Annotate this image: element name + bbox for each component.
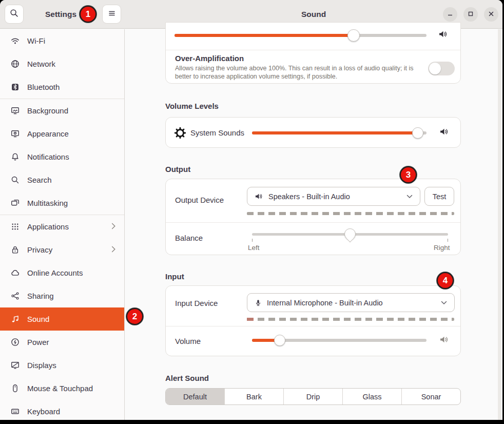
share-nodes-icon bbox=[11, 292, 20, 300]
network-globe-icon bbox=[11, 60, 20, 68]
sidebar-item-notifications[interactable]: Notifications bbox=[0, 145, 124, 168]
alert-option-bark[interactable]: Bark bbox=[225, 389, 284, 404]
sidebar-item-label: Privacy bbox=[27, 245, 52, 254]
sidebar-item-label: Wi-Fi bbox=[27, 36, 45, 45]
sidebar-item-power[interactable]: Power bbox=[0, 331, 124, 354]
system-sounds-knob[interactable] bbox=[412, 127, 423, 139]
close-button[interactable] bbox=[484, 7, 498, 22]
output-device-dropdown[interactable]: Speakers - Built-in Audio bbox=[247, 187, 420, 206]
sidebar-item-keyboard[interactable]: Keyboard bbox=[0, 400, 124, 420]
sidebar-item-background[interactable]: Background bbox=[0, 99, 124, 122]
alert-sound-selector: Default Bark Drip Glass Sonar bbox=[165, 388, 461, 405]
sidebar-item-appearance[interactable]: Appearance bbox=[0, 122, 124, 145]
output-device-label: Output Device bbox=[175, 196, 224, 204]
balance-tick-right bbox=[448, 239, 448, 242]
sidebar-item-label: Sharing bbox=[27, 292, 54, 300]
sidebar-item-label: Power bbox=[27, 338, 49, 346]
sidebar-item-applications[interactable]: Applications bbox=[0, 215, 124, 238]
sidebar-item-privacy[interactable]: Privacy bbox=[0, 238, 124, 261]
keyboard-icon bbox=[11, 407, 20, 416]
sidebar-item-label: Appearance bbox=[27, 129, 69, 138]
system-sounds-slider[interactable] bbox=[252, 131, 427, 134]
volume-levels-header: Volume Levels bbox=[165, 102, 219, 110]
sidebar-item-bluetooth[interactable]: Bluetooth bbox=[0, 75, 124, 99]
microphone-icon bbox=[255, 299, 262, 307]
mouse-icon bbox=[11, 384, 20, 393]
balance-left-label: Left bbox=[248, 244, 260, 252]
sidebar-item-label: Mouse & Touchpad bbox=[27, 384, 93, 393]
sidebar-item-label: Online Accounts bbox=[27, 268, 83, 277]
minimize-icon bbox=[447, 10, 453, 19]
sidebar-item-online-accounts[interactable]: Online Accounts bbox=[0, 261, 124, 284]
over-amplification-toggle[interactable] bbox=[428, 62, 455, 75]
annotation-badge-4: 4 bbox=[437, 272, 454, 289]
hamburger-menu-icon bbox=[108, 9, 116, 20]
balance-slider[interactable] bbox=[252, 233, 448, 236]
output-header: Output bbox=[165, 165, 190, 174]
row-divider bbox=[166, 50, 460, 50]
sidebar-item-multitasking[interactable]: Multitasking bbox=[0, 191, 124, 215]
input-header: Input bbox=[165, 272, 184, 281]
input-device-value: Internal Microphone - Built-in Audio bbox=[267, 299, 436, 307]
input-volume-slider[interactable] bbox=[252, 339, 427, 342]
search-button[interactable] bbox=[5, 5, 24, 24]
sidebar-item-label: Background bbox=[27, 106, 68, 115]
alert-option-sonar[interactable]: Sonar bbox=[402, 389, 460, 404]
sound-panel: Over-Amplification Allows raising the vo… bbox=[125, 29, 502, 420]
sidebar-item-label: Sound bbox=[27, 315, 49, 323]
sidebar-item-label: Bluetooth bbox=[27, 83, 60, 91]
sidebar-item-mouse-touchpad[interactable]: Mouse & Touchpad bbox=[0, 377, 124, 400]
balance-label: Balance bbox=[175, 234, 203, 242]
over-amplification-row: Over-Amplification Allows raising the vo… bbox=[175, 54, 428, 81]
output-level-meter bbox=[247, 212, 454, 215]
sidebar-item-search[interactable]: Search bbox=[0, 168, 124, 191]
balance-right-label: Right bbox=[434, 244, 450, 252]
annotation-badge-3: 3 bbox=[400, 166, 417, 183]
primary-menu-button[interactable] bbox=[102, 5, 121, 24]
input-device-label: Input Device bbox=[175, 299, 218, 307]
alert-option-drip[interactable]: Drip bbox=[284, 389, 343, 404]
balance-handle[interactable] bbox=[344, 228, 356, 240]
sidebar-item-label: Keyboard bbox=[27, 407, 60, 416]
background-icon bbox=[11, 106, 20, 115]
row-divider bbox=[166, 222, 460, 223]
alert-option-glass[interactable]: Glass bbox=[343, 389, 402, 404]
sidebar: Wi-Fi Network Bluetooth Background Appea… bbox=[0, 29, 125, 420]
output-device-value: Speakers - Built-in Audio bbox=[268, 192, 401, 201]
sidebar-item-network[interactable]: Network bbox=[0, 52, 124, 75]
sidebar-item-wifi[interactable]: Wi-Fi bbox=[0, 29, 124, 52]
lock-icon bbox=[11, 245, 20, 254]
sidebar-item-sharing[interactable]: Sharing bbox=[0, 284, 124, 307]
toggle-knob bbox=[429, 63, 441, 74]
output-volume-slider[interactable] bbox=[175, 34, 427, 37]
sidebar-item-label: Multitasking bbox=[27, 199, 68, 207]
input-volume-knob[interactable] bbox=[274, 335, 285, 346]
alert-option-default[interactable]: Default bbox=[166, 389, 225, 404]
output-card: Output Device Speakers - Built-in Audio … bbox=[165, 179, 461, 255]
input-level-meter bbox=[247, 318, 454, 321]
annotation-badge-2: 2 bbox=[126, 308, 143, 325]
minimize-button[interactable] bbox=[443, 7, 457, 22]
speaker-icon bbox=[439, 127, 449, 138]
input-device-dropdown[interactable]: Internal Microphone - Built-in Audio bbox=[247, 293, 455, 312]
sidebar-item-sound[interactable]: Sound bbox=[0, 307, 124, 331]
settings-window: Settings Sound Wi-Fi Network Bluetooth bbox=[0, 0, 502, 420]
cloud-icon bbox=[11, 268, 20, 277]
maximize-button[interactable] bbox=[463, 7, 478, 22]
scrollbar-track[interactable] bbox=[498, 29, 501, 420]
input-card: Input Device Internal Microphone - Built… bbox=[165, 285, 461, 356]
speaker-icon bbox=[255, 192, 263, 200]
sidebar-item-displays[interactable]: Displays bbox=[0, 354, 124, 377]
bell-icon bbox=[11, 152, 20, 161]
slider-fill bbox=[252, 131, 418, 134]
test-speakers-button[interactable]: Test bbox=[424, 187, 454, 206]
search-icon bbox=[11, 176, 20, 184]
over-amplification-description: Allows raising the volume above 100%. Th… bbox=[175, 64, 428, 81]
output-volume-knob[interactable] bbox=[347, 29, 360, 42]
speaker-icon-dim bbox=[439, 335, 449, 346]
applications-grid-icon bbox=[11, 222, 20, 231]
input-volume-label: Volume bbox=[175, 337, 201, 345]
output-volume-card: Over-Amplification Allows raising the vo… bbox=[165, 22, 461, 84]
search-icon bbox=[10, 9, 18, 20]
power-icon bbox=[11, 338, 20, 346]
